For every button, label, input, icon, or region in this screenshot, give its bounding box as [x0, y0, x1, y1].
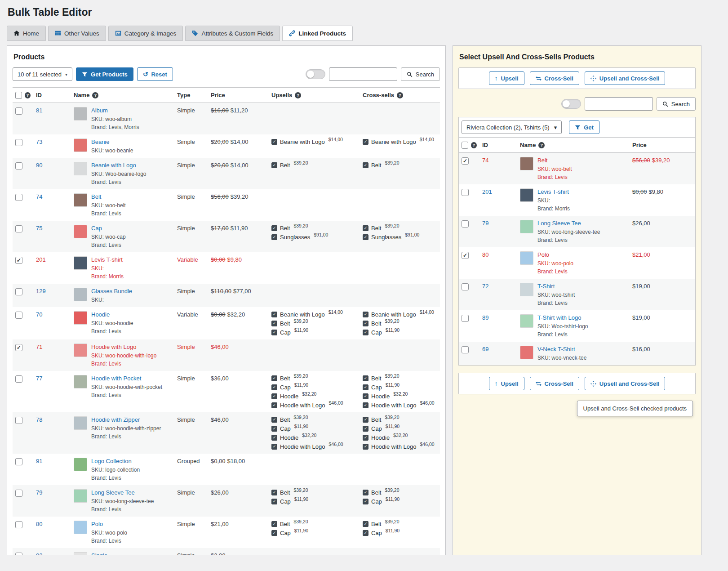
- row-checkbox[interactable]: [462, 220, 469, 228]
- product-name-link[interactable]: V-Neck T-Shirt: [537, 346, 586, 353]
- row-checkbox[interactable]: [462, 252, 469, 259]
- linked-item-checkbox[interactable]: [363, 375, 368, 381]
- product-name-link[interactable]: T-Shirt: [537, 283, 575, 290]
- upsell-search-input[interactable]: [585, 97, 653, 111]
- product-name-link[interactable]: Hoodie with Pocket: [91, 375, 162, 382]
- help-icon[interactable]: ?: [25, 92, 31, 98]
- cross-sell-button-bottom[interactable]: Cross-Sell: [530, 377, 579, 390]
- products-search-button[interactable]: Search: [401, 67, 440, 81]
- linked-item-checkbox[interactable]: [271, 521, 277, 527]
- linked-item-checkbox[interactable]: [271, 312, 277, 317]
- linked-item-checkbox[interactable]: [271, 162, 277, 168]
- product-id-link[interactable]: 80: [36, 521, 42, 527]
- linked-item-checkbox[interactable]: [363, 384, 368, 390]
- row-checkbox[interactable]: [462, 346, 469, 353]
- product-id-link[interactable]: 90: [36, 162, 42, 169]
- help-icon[interactable]: ?: [538, 142, 545, 148]
- upsell-and-cross-sell-button-bottom[interactable]: Upsell and Cross-Sell: [585, 377, 666, 390]
- product-name-link[interactable]: T-Shirt with Logo: [537, 314, 588, 321]
- category-filter-dropdown[interactable]: Riviera Collection (2), Tshirts (5) ▾: [462, 120, 562, 134]
- product-name-link[interactable]: Long Sleeve Tee: [537, 220, 600, 227]
- product-id-link[interactable]: 74: [36, 193, 42, 200]
- product-name-link[interactable]: Single: [91, 552, 131, 555]
- help-icon[interactable]: ?: [471, 142, 477, 148]
- select-all-checkbox[interactable]: [15, 92, 22, 99]
- linked-item-checkbox[interactable]: [363, 521, 368, 527]
- product-id-link[interactable]: 69: [482, 346, 488, 352]
- linked-item-checkbox[interactable]: [271, 375, 277, 381]
- product-name-link[interactable]: Hoodie with Logo: [91, 343, 156, 351]
- tab-home[interactable]: Home: [7, 26, 46, 41]
- linked-item-checkbox[interactable]: [363, 393, 368, 399]
- row-checkbox[interactable]: [462, 283, 469, 290]
- product-id-link[interactable]: 79: [482, 220, 488, 227]
- product-id-link[interactable]: 78: [36, 416, 42, 423]
- product-name-link[interactable]: Long Sleeve Tee: [91, 489, 154, 496]
- product-name-link[interactable]: Polo: [537, 251, 573, 259]
- tab-linked-products[interactable]: Linked Products: [282, 26, 353, 41]
- row-checkbox[interactable]: [15, 162, 22, 170]
- product-name-link[interactable]: Hoodie with Zipper: [91, 416, 161, 424]
- linked-item-checkbox[interactable]: [363, 162, 368, 168]
- linked-item-checkbox[interactable]: [363, 426, 368, 432]
- product-name-link[interactable]: Belt: [537, 157, 572, 164]
- row-checkbox[interactable]: [15, 490, 22, 497]
- tab-other-values[interactable]: Other Values: [48, 26, 106, 41]
- linked-item-checkbox[interactable]: [363, 321, 368, 326]
- row-checkbox[interactable]: [15, 375, 22, 383]
- linked-item-checkbox[interactable]: [271, 426, 277, 432]
- get-products-button[interactable]: Get Products: [76, 67, 133, 81]
- row-checkbox[interactable]: [462, 157, 469, 165]
- linked-item-checkbox[interactable]: [271, 393, 277, 399]
- linked-item-checkbox[interactable]: [271, 444, 277, 450]
- linked-item-checkbox[interactable]: [271, 139, 277, 145]
- product-name-link[interactable]: Belt: [91, 193, 126, 201]
- linked-item-checkbox[interactable]: [271, 225, 277, 231]
- row-checkbox[interactable]: [15, 257, 22, 264]
- linked-item-checkbox[interactable]: [363, 499, 368, 504]
- product-id-link[interactable]: 201: [36, 256, 46, 263]
- row-checkbox[interactable]: [15, 194, 22, 201]
- selected-count-dropdown[interactable]: 10 of 11 selected ▾: [13, 67, 72, 81]
- linked-item-checkbox[interactable]: [271, 490, 277, 495]
- row-checkbox[interactable]: [15, 344, 22, 351]
- row-checkbox[interactable]: [15, 225, 22, 232]
- upsell-search-toggle[interactable]: [561, 99, 581, 109]
- linked-item-checkbox[interactable]: [271, 435, 277, 441]
- linked-item-checkbox[interactable]: [363, 139, 368, 145]
- linked-item-checkbox[interactable]: [271, 330, 277, 335]
- linked-item-checkbox[interactable]: [363, 312, 368, 317]
- row-checkbox[interactable]: [15, 458, 22, 465]
- product-id-link[interactable]: 72: [482, 283, 488, 290]
- row-checkbox[interactable]: [15, 417, 22, 424]
- linked-item-checkbox[interactable]: [363, 225, 368, 231]
- product-id-link[interactable]: 89: [482, 314, 488, 321]
- linked-item-checkbox[interactable]: [271, 321, 277, 326]
- linked-item-checkbox[interactable]: [271, 530, 277, 536]
- linked-item-checkbox[interactable]: [271, 499, 277, 504]
- select-all-checkbox[interactable]: [462, 142, 468, 149]
- help-icon[interactable]: ?: [295, 92, 301, 98]
- cross-sell-button-top[interactable]: Cross-Sell: [530, 71, 579, 85]
- product-id-link[interactable]: 81: [36, 107, 42, 114]
- product-id-link[interactable]: 91: [36, 458, 42, 464]
- product-name-link[interactable]: Beanie: [91, 138, 133, 146]
- products-search-toggle[interactable]: [306, 69, 325, 79]
- products-search-input[interactable]: [329, 67, 397, 81]
- upsell-button-bottom[interactable]: ↑ Upsell: [489, 377, 524, 390]
- product-name-link[interactable]: Cap: [91, 225, 126, 232]
- linked-item-checkbox[interactable]: [271, 417, 277, 423]
- product-id-link[interactable]: 201: [482, 188, 492, 195]
- linked-item-checkbox[interactable]: [271, 384, 277, 390]
- row-checkbox[interactable]: [15, 139, 22, 146]
- help-icon[interactable]: ?: [92, 92, 98, 98]
- row-checkbox[interactable]: [462, 189, 469, 196]
- upsell-button-top[interactable]: ↑ Upsell: [489, 71, 524, 85]
- product-id-link[interactable]: 82: [36, 552, 42, 555]
- upsell-search-button[interactable]: Search: [657, 97, 696, 111]
- product-id-link[interactable]: 74: [482, 157, 488, 164]
- product-name-link[interactable]: Glasses Bundle: [91, 288, 132, 295]
- product-id-link[interactable]: 71: [36, 343, 42, 350]
- linked-item-checkbox[interactable]: [363, 402, 368, 408]
- product-name-link[interactable]: Logo Collection: [91, 458, 140, 465]
